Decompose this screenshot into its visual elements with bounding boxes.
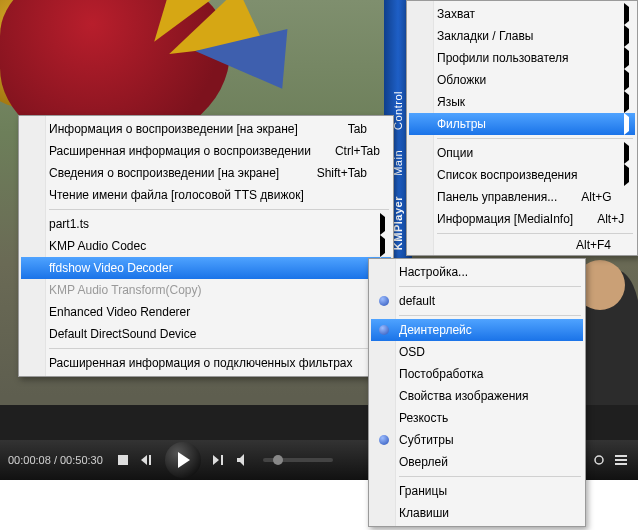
submenu-arrow-icon — [624, 91, 629, 113]
ffdshow-submenu: Настройка... default Деинтерлейс OSD Пос… — [368, 258, 586, 527]
ffd-borders[interactable]: Границы — [371, 480, 583, 502]
time-display: 00:00:08 / 00:50:30 — [0, 454, 111, 466]
submenu-arrow-icon — [380, 213, 385, 235]
stop-button[interactable] — [114, 451, 132, 469]
submenu-arrow-icon — [624, 164, 629, 186]
menu-exit[interactable]: Alt+F4 — [409, 237, 635, 253]
submenu-arrow-icon — [624, 25, 629, 47]
submenu-arrow-icon — [624, 69, 629, 91]
svg-rect-2 — [149, 455, 151, 465]
volume-slider[interactable] — [263, 458, 333, 462]
prev-button[interactable] — [138, 451, 156, 469]
ffd-deinterlace[interactable]: Деинтерлейс — [371, 319, 583, 341]
svg-marker-6 — [237, 454, 244, 466]
submenu-arrow-icon — [624, 113, 629, 135]
menu-separator — [399, 315, 581, 316]
menu-bookmarks[interactable]: Закладки / Главы — [409, 25, 635, 47]
menu-capture[interactable]: Захват — [409, 3, 635, 25]
submenu-arrow-icon — [624, 3, 629, 25]
svg-marker-4 — [213, 455, 219, 465]
menu-covers[interactable]: Обложки — [409, 69, 635, 91]
filters-kmp-audio-transform: KMP Audio Transform(Copy) — [21, 279, 391, 301]
filters-play-info[interactable]: Сведения о воспроизведении [на экране]Sh… — [21, 162, 391, 184]
ffd-keys[interactable]: Клавиши — [371, 502, 583, 524]
menu-button[interactable] — [612, 451, 630, 469]
menu-filters[interactable]: Фильтры — [409, 113, 635, 135]
ffd-config[interactable]: Настройка... — [371, 261, 583, 283]
filters-connected-info[interactable]: Расширенная информация о подключенных фи… — [21, 352, 391, 374]
svg-rect-10 — [615, 463, 627, 465]
menu-separator — [399, 286, 581, 287]
mute-button[interactable] — [234, 451, 252, 469]
ffd-sharpness[interactable]: Резкость — [371, 407, 583, 429]
menu-playlist[interactable]: Список воспроизведения — [409, 164, 635, 186]
ffd-subtitles[interactable]: Субтитры — [371, 429, 583, 451]
ffd-osd[interactable]: OSD — [371, 341, 583, 363]
loop-button[interactable] — [590, 451, 608, 469]
filters-evr[interactable]: Enhanced Video Renderer — [21, 301, 391, 323]
main-context-menu: Захват Закладки / Главы Профили пользова… — [406, 0, 638, 256]
menu-separator — [49, 348, 389, 349]
svg-marker-3 — [178, 452, 190, 468]
submenu-arrow-icon — [624, 142, 629, 164]
play-button[interactable] — [165, 442, 201, 478]
radio-bullet-icon — [379, 296, 389, 306]
filters-submenu: Информация о воспроизведении [на экране]… — [18, 115, 394, 377]
svg-rect-9 — [615, 459, 627, 461]
filters-osd-info[interactable]: Информация о воспроизведении [на экране]… — [21, 118, 391, 140]
filters-file[interactable]: part1.ts — [21, 213, 391, 235]
radio-bullet-icon — [379, 435, 389, 445]
menu-separator — [49, 209, 389, 210]
menu-separator — [437, 233, 633, 234]
menu-separator — [437, 138, 633, 139]
menu-control-panel[interactable]: Панель управления...Alt+G — [409, 186, 635, 208]
svg-rect-8 — [615, 455, 627, 457]
svg-rect-5 — [221, 455, 223, 465]
filters-tts[interactable]: Чтение имени файла [голосовой TTS движок… — [21, 184, 391, 206]
submenu-arrow-icon — [380, 235, 385, 257]
filters-ffdshow[interactable]: ffdshow Video Decoder — [21, 257, 391, 279]
ffd-overlay[interactable]: Оверлей — [371, 451, 583, 473]
radio-bullet-icon — [379, 325, 389, 335]
ffd-img-props[interactable]: Свойства изображения — [371, 385, 583, 407]
filters-ext-info[interactable]: Расширенная информация о воспроизведении… — [21, 140, 391, 162]
menu-language[interactable]: Язык — [409, 91, 635, 113]
next-button[interactable] — [210, 451, 228, 469]
menu-options[interactable]: Опции — [409, 142, 635, 164]
menu-user-profiles[interactable]: Профили пользователя — [409, 47, 635, 69]
svg-marker-1 — [141, 455, 147, 465]
menu-media-info[interactable]: Информация [MediaInfo]Alt+J — [409, 208, 635, 230]
filters-dsound[interactable]: Default DirectSound Device — [21, 323, 391, 345]
menu-separator — [399, 476, 581, 477]
ffd-default[interactable]: default — [371, 290, 583, 312]
svg-point-7 — [595, 456, 603, 464]
ffd-postproc[interactable]: Постобработка — [371, 363, 583, 385]
submenu-arrow-icon — [624, 47, 629, 69]
filters-kmp-audio[interactable]: KMP Audio Codec — [21, 235, 391, 257]
svg-rect-0 — [118, 455, 128, 465]
